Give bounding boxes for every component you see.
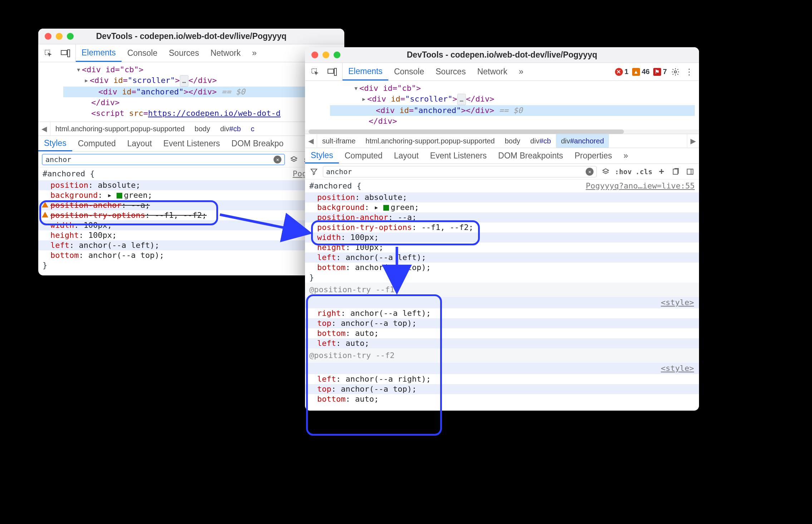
crumb-scroll-right[interactable]: ▶ [687, 134, 699, 148]
crumb-more[interactable]: c [246, 122, 260, 136]
zoom-icon[interactable] [334, 52, 340, 58]
dom-tree[interactable]: ▾<div id="cb"> ▸<div id="scroller">…</di… [305, 81, 699, 129]
crumb-divanchored[interactable]: div#anchored [556, 134, 609, 148]
style-source-link[interactable]: <style> [305, 297, 699, 308]
warning-icon [42, 212, 48, 217]
crumb-html[interactable]: html.anchoring-support.popup-supported [50, 122, 190, 136]
subtab-computed[interactable]: Computed [339, 148, 388, 163]
subtab-styles[interactable]: Styles [305, 148, 339, 163]
inspect-icon[interactable] [310, 67, 320, 77]
minimize-icon[interactable] [323, 52, 329, 58]
device-icon[interactable] [327, 67, 337, 77]
dom-tree[interactable]: ▾<div id="cb"> ▸<div id="scroller">…</di… [38, 62, 344, 122]
devtools-window-before: DevTools - codepen.io/web-dot-dev/live/P… [38, 29, 344, 275]
tab-overflow[interactable]: » [246, 44, 262, 62]
minimize-icon[interactable] [56, 33, 63, 40]
warning-icon [42, 202, 48, 207]
svg-rect-5 [334, 68, 336, 75]
styles-pane[interactable]: #anchored {Pogyyyq?ano…iew=live:55 posit… [305, 180, 699, 411]
crumb-divcb[interactable]: div#cb [215, 122, 246, 136]
styles-tabbar: Styles Computed Layout Event Listeners D… [305, 148, 699, 164]
devtools-window-after: DevTools - codepen.io/web-dot-dev/live/P… [305, 47, 699, 411]
styles-filterbar: anchor✕ :hov .cls + [305, 164, 699, 180]
hov-toggle[interactable]: :hov [615, 168, 632, 176]
subtab-eventlisteners[interactable]: Event Listeners [424, 148, 493, 163]
svg-rect-1 [61, 50, 67, 55]
tab-elements[interactable]: Elements [343, 63, 388, 80]
styles-pane[interactable]: #anchored {Pogyyyq?an position: absolute… [38, 167, 344, 275]
zoom-icon[interactable] [67, 33, 74, 40]
subtab-computed[interactable]: Computed [72, 136, 122, 151]
crumb-divcb[interactable]: div#cb [525, 134, 556, 148]
crumb-iframe[interactable]: sult-iframe [317, 134, 360, 148]
copy-styles-icon[interactable] [670, 166, 681, 177]
styles-filterbar: anchor✕ :hov .cls [38, 152, 344, 167]
style-source-link[interactable]: <style> [305, 363, 699, 374]
crumb-body[interactable]: body [190, 122, 215, 136]
layers-icon[interactable] [600, 166, 611, 177]
settings-icon[interactable] [670, 67, 680, 77]
svg-point-6 [674, 71, 676, 73]
subtab-styles[interactable]: Styles [38, 136, 72, 151]
subtab-dombreakpoints[interactable]: DOM Breakpoints [492, 148, 569, 163]
cls-toggle[interactable]: .cls [635, 168, 653, 176]
tab-console[interactable]: Console [388, 63, 430, 80]
svg-rect-8 [687, 169, 693, 174]
position-try-rule-f2[interactable]: @position-try --f2 [305, 348, 699, 363]
rule-selector[interactable]: #anchored { [309, 181, 361, 191]
filter-input[interactable]: anchor✕ [42, 154, 285, 165]
subtab-eventlisteners[interactable]: Event Listeners [158, 136, 226, 151]
warning-count[interactable]: ▲46 [632, 68, 650, 76]
subtab-layout[interactable]: Layout [122, 136, 158, 151]
rule-selector[interactable]: #anchored { [43, 169, 95, 179]
tab-console[interactable]: Console [122, 44, 163, 62]
breadcrumb: ◀ sult-iframe html.anchoring-support.pop… [305, 134, 699, 148]
crumb-html[interactable]: html.anchoring-support.popup-supported [360, 134, 499, 148]
flag-count[interactable]: ⚑7 [653, 68, 667, 76]
inspect-icon[interactable] [43, 48, 53, 58]
tab-overflow[interactable]: » [513, 63, 529, 80]
new-rule-icon[interactable]: + [656, 166, 667, 177]
tab-network[interactable]: Network [205, 44, 246, 62]
subtab-overflow[interactable]: » [618, 148, 634, 163]
subtab-layout[interactable]: Layout [388, 148, 424, 163]
breadcrumb: ◀ html.anchoring-support.popup-supported… [38, 122, 344, 136]
toggle-pane-icon[interactable] [685, 166, 695, 177]
more-icon[interactable]: ⋮ [684, 67, 694, 77]
rule-source-link[interactable]: Pogyyyq?ano…iew=live:55 [586, 181, 695, 191]
main-tabbar: Elements Console Sources Network » [38, 44, 344, 62]
main-tabbar: Elements Console Sources Network » ✕1 ▲4… [305, 63, 699, 81]
horizontal-scrollbar[interactable] [305, 129, 699, 134]
crumb-scroll-left[interactable]: ◀ [305, 134, 317, 148]
color-swatch-icon[interactable] [383, 205, 389, 211]
device-icon[interactable] [60, 48, 70, 58]
tab-network[interactable]: Network [472, 63, 513, 80]
close-icon[interactable] [311, 52, 318, 58]
svg-rect-4 [328, 69, 334, 73]
titlebar: DevTools - codepen.io/web-dot-dev/live/P… [305, 47, 699, 63]
position-try-rule-f1[interactable]: @position-try --f1 [305, 283, 699, 297]
titlebar: DevTools - codepen.io/web-dot-dev/live/P… [38, 29, 344, 44]
clear-icon[interactable]: ✕ [274, 156, 281, 163]
close-icon[interactable] [45, 33, 51, 40]
clear-icon[interactable]: ✕ [586, 168, 594, 176]
svg-rect-7 [673, 169, 678, 174]
subtab-properties[interactable]: Properties [569, 148, 618, 163]
filter-input[interactable]: anchor✕ [323, 166, 597, 177]
tab-sources[interactable]: Sources [430, 63, 471, 80]
dom-div-cb[interactable]: <div id="cb"> [359, 84, 421, 93]
crumb-body[interactable]: body [500, 134, 525, 148]
styles-tabbar: Styles Computed Layout Event Listeners D… [38, 136, 344, 152]
color-swatch-icon[interactable] [117, 193, 122, 199]
funnel-icon[interactable] [309, 166, 319, 177]
dom-div-cb[interactable]: <div id="cb"> [82, 65, 143, 74]
traffic-lights [45, 33, 74, 40]
layers-icon[interactable] [289, 154, 299, 165]
window-title: DevTools - codepen.io/web-dot-dev/live/P… [38, 31, 344, 41]
svg-rect-2 [68, 50, 70, 57]
tab-elements[interactable]: Elements [76, 44, 122, 62]
crumb-scroll-left[interactable]: ◀ [38, 122, 50, 136]
subtab-dombreakpoints[interactable]: DOM Breakpo [226, 136, 289, 151]
error-count[interactable]: ✕1 [615, 68, 629, 76]
tab-sources[interactable]: Sources [163, 44, 205, 62]
